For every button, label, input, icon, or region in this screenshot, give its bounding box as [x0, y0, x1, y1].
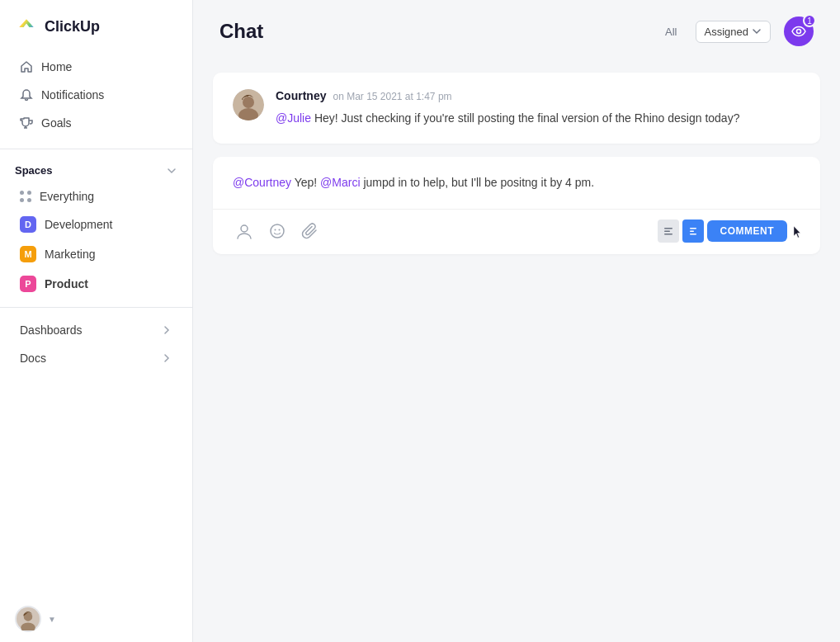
watch-badge: 1	[803, 14, 816, 27]
text-format-icon	[663, 227, 673, 235]
svg-rect-14	[690, 228, 696, 229]
courtney-avatar-image	[233, 89, 264, 120]
sidebar-item-marketing[interactable]: M Marketing	[5, 239, 187, 269]
person-icon	[235, 222, 253, 240]
emoji-icon-button[interactable]	[266, 220, 289, 243]
sidebar-item-product-label: Product	[45, 277, 88, 290]
logo[interactable]: ClickUp	[0, 0, 192, 50]
message-1-body: Courtney on Mar 15 2021 at 1:47 pm @Juli…	[276, 89, 800, 127]
reply-card: @Courtney Yep! @Marci jumpd in to help, …	[213, 157, 820, 253]
attachment-icon	[301, 222, 319, 240]
avatar	[15, 606, 41, 632]
avatar-image	[17, 607, 40, 630]
sidebar-item-home-label: Home	[41, 60, 72, 73]
toolbar-small-btn-2[interactable]	[682, 220, 704, 243]
marketing-badge: M	[20, 246, 36, 262]
sidebar-item-notifications-label: Notifications	[41, 88, 104, 101]
svg-point-5	[243, 97, 254, 108]
sidebar-item-development[interactable]: D Development	[5, 210, 187, 239]
docs-label: Docs	[20, 352, 46, 365]
svg-rect-12	[664, 230, 670, 232]
message-1-time: on Mar 15 2021 at 1:47 pm	[333, 91, 451, 102]
filter-assigned[interactable]: Assigned	[696, 21, 771, 43]
sidebar-item-marketing-label: Marketing	[45, 248, 95, 261]
svg-rect-11	[664, 228, 672, 229]
svg-point-9	[275, 229, 276, 230]
user-chevron-icon: ▼	[48, 615, 56, 624]
home-icon	[20, 60, 33, 73]
trophy-icon	[20, 116, 33, 130]
bell-icon	[20, 88, 33, 101]
cursor-indicator	[792, 223, 800, 239]
toolbar-small-btn-1[interactable]	[658, 220, 679, 243]
message-1-mention: @Julie	[276, 111, 311, 125]
docs-chevron-icon	[161, 352, 172, 364]
svg-rect-13	[664, 234, 672, 235]
message-1: Courtney on Mar 15 2021 at 1:47 pm @Juli…	[213, 73, 820, 144]
svg-point-10	[279, 229, 281, 230]
assigned-chevron-icon	[752, 26, 762, 36]
svg-rect-16	[690, 234, 696, 235]
sidebar: ClickUp Home Notifications	[0, 0, 193, 642]
sidebar-item-goals[interactable]: Goals	[5, 109, 187, 137]
sidebar-divider-1	[0, 149, 192, 149]
chat-title: Chat	[219, 20, 263, 43]
message-1-text: @Julie Hey! Just checking if you're stil…	[276, 109, 800, 127]
sidebar-nav: Home Notifications Goals	[0, 50, 192, 140]
spaces-label: Spaces	[15, 164, 53, 177]
product-badge: P	[20, 276, 36, 292]
sidebar-divider-2	[0, 307, 192, 308]
sidebar-item-everything[interactable]: Everything	[5, 183, 187, 210]
chat-header: Chat All Assigned 1	[193, 0, 840, 59]
emoji-icon	[268, 222, 286, 240]
reply-divider	[213, 209, 820, 210]
reply-toolbar: COMMENT	[233, 220, 800, 243]
courtney-avatar	[233, 89, 264, 120]
reply-mention1: @Courtney	[233, 176, 291, 189]
svg-rect-15	[690, 230, 694, 232]
watch-button[interactable]: 1	[784, 17, 814, 46]
sidebar-item-development-label: Development	[45, 218, 113, 231]
development-badge: D	[20, 216, 36, 233]
user-profile[interactable]: ▼	[0, 596, 192, 642]
sidebar-item-home[interactable]: Home	[5, 53, 187, 81]
comment-button[interactable]: COMMENT	[707, 220, 788, 242]
active-format-icon	[689, 227, 697, 235]
dashboards-label: Dashboards	[20, 323, 83, 337]
sidebar-item-product[interactable]: P Product	[5, 269, 187, 299]
reply-text: @Courtney Yep! @Marci jumpd in to help, …	[233, 173, 800, 191]
filter-all[interactable]: All	[660, 22, 682, 41]
chat-area: Courtney on Mar 15 2021 at 1:47 pm @Juli…	[193, 59, 840, 642]
cursor-icon	[792, 224, 800, 239]
sidebar-item-dashboards[interactable]: Dashboards	[5, 316, 187, 344]
sidebar-item-notifications[interactable]: Notifications	[5, 81, 187, 109]
user-icon-button[interactable]	[233, 220, 256, 243]
svg-point-3	[797, 30, 801, 34]
chevron-down-icon	[166, 165, 177, 177]
app-name: ClickUp	[45, 18, 100, 35]
main-content: Chat All Assigned 1	[193, 0, 840, 642]
everything-dots-icon	[20, 191, 31, 202]
sidebar-item-everything-label: Everything	[40, 190, 94, 203]
attachment-icon-button[interactable]	[299, 220, 322, 243]
message-1-author: Courtney	[276, 89, 326, 102]
svg-point-7	[241, 225, 248, 232]
message-1-meta: Courtney on Mar 15 2021 at 1:47 pm	[276, 89, 800, 102]
svg-point-8	[271, 224, 284, 238]
spaces-section-header[interactable]: Spaces	[0, 158, 192, 183]
toolbar-right: COMMENT	[658, 220, 801, 243]
clickup-logo-icon	[15, 15, 38, 38]
sidebar-item-docs[interactable]: Docs	[5, 344, 187, 372]
dashboards-chevron-icon	[161, 324, 172, 336]
reply-mention2: @Marci	[320, 176, 360, 189]
sidebar-item-goals-label: Goals	[41, 116, 72, 130]
